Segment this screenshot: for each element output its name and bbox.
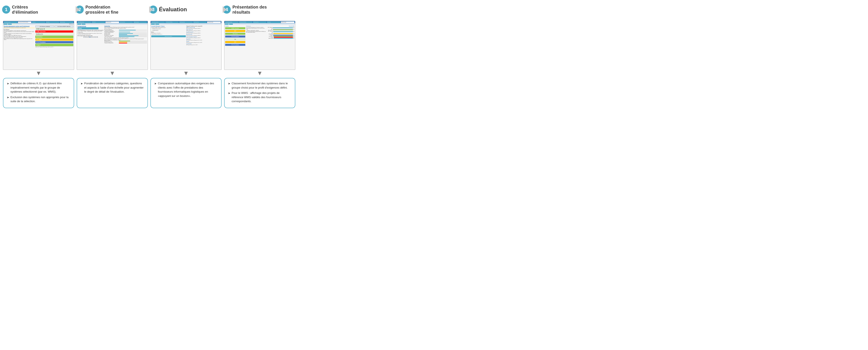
screen2-tab-2[interactable]: K.O.-Kriterien xyxy=(92,22,105,23)
screen4-logo-1: ACME Corporation xyxy=(225,27,245,29)
step-1-title: Critères d'élimination xyxy=(12,4,38,15)
screen4-bar-7-label: Produkt Y xyxy=(267,37,274,38)
screen3-prod-7: Zbos 46 xyxy=(186,41,221,42)
screen2-extra-2: Qualitätsvorgang (30%) xyxy=(104,41,147,42)
screen4-tab-5[interactable]: Ergebnisanzeigen xyxy=(281,22,294,23)
screen1-tab-1[interactable]: Übersicht Auswertung xyxy=(4,22,18,23)
screen1-down-arrow: ▼ xyxy=(36,70,41,76)
screen4-bar-row-2: 99% - AuswertTech+3 85% xyxy=(267,29,294,31)
screen2-num-4[interactable]: 4 xyxy=(89,36,91,38)
screen3-tab-1[interactable]: Übersicht Auswertungen xyxy=(151,22,165,23)
screen2-btn-2[interactable] xyxy=(82,24,86,25)
screen3-right: Folgende Produkte wurden ausgewählt: ACM… xyxy=(186,26,221,66)
screen2-extra-bars: Auflistung (40.5%) Qualitätsvorgang (30%… xyxy=(104,40,147,43)
screen2-numbers: 0 1 2 3 4 5 6 7 8 9 xyxy=(78,36,104,38)
screen4-bar-7-pct: 71% xyxy=(293,37,294,38)
screen2-bar-5-track[interactable] xyxy=(119,35,147,36)
screen2-tab-5[interactable]: Ergebnisanzeigen xyxy=(133,22,147,23)
screen3-btn-1[interactable] xyxy=(151,24,155,25)
screen4-bar-row-5: Produkt X 79% xyxy=(267,35,294,36)
screen2-down-arrow: ▼ xyxy=(109,70,115,76)
screen2-fine-bars: Benutzerfreundlichkeit - Transportausfüh… xyxy=(104,29,147,37)
screen1-tab-2[interactable]: K.O.-Kriterien & Shortlist bearbeiten xyxy=(18,22,32,23)
screen2-bar-2-track[interactable] xyxy=(119,32,147,32)
screen4-btn-2[interactable] xyxy=(229,24,233,25)
screen4-tab-3[interactable]: Gewichtung setzen xyxy=(253,22,267,23)
screen2-num-7[interactable]: 7 xyxy=(94,36,95,38)
screen-2[interactable]: Übersicht Auswertung K.O.-Kriterien Gewi… xyxy=(77,21,148,70)
screen2-scale-label: Bewertungsgrundlage und Projektstruktur xyxy=(78,35,104,36)
screen4-tab-4[interactable]: Auswertung xyxy=(267,22,281,23)
screen2-extra-1-track[interactable] xyxy=(119,41,147,41)
screen2-num-1[interactable]: 1 xyxy=(85,36,86,38)
screen3-tab-4[interactable]: Auswertung Sortex xyxy=(193,22,207,23)
screen3-auswertung-btn[interactable]: Auswertung starten xyxy=(151,35,186,37)
screen2-tab-3[interactable]: Gewichtung setzen xyxy=(105,22,119,23)
screen2-num-3[interactable]: 3 xyxy=(88,36,89,38)
screen2-fine-right-title: Feingewichtung xyxy=(104,26,147,26)
screen3-tab-5[interactable]: 9. Ergebnisanzeigen xyxy=(207,22,221,23)
screen2-bar-1-track[interactable] xyxy=(119,30,147,30)
screen3-tab-3[interactable]: Gewichtung setzen xyxy=(179,22,193,23)
screen2-right: Feingewichtung Welche (Hauptkategorien-)… xyxy=(104,26,147,66)
screen2-fine-info: Für welche (Grundkategorien) soll eine F… xyxy=(78,33,104,35)
screen2-q4: Sollen aus diesem Antworten Aspekte in d… xyxy=(104,39,147,39)
step-3-title: Évaluation xyxy=(159,6,187,13)
screen4-total-title: Gesamttreffer xyxy=(267,26,294,27)
screen2-extra-2-label: Qualitätsvorgang (30%) xyxy=(104,41,119,42)
screen3-prod-7-sub: SAP Specialist Warehouse Management Dir … xyxy=(186,42,221,43)
screen2-num-5[interactable]: 5 xyxy=(91,36,92,38)
desc-box-4: ➤ Classement fonctionnel des systèmes da… xyxy=(224,78,295,108)
screen3-check-1: ✓ Grobgewichtung ( 4 | 53 ) xyxy=(151,28,186,30)
screen1-ko-no: K.O.-Kriterien NICHT erfüllt (17) xyxy=(55,26,73,28)
screen1-btn-2[interactable] xyxy=(8,24,12,25)
screen4-tab-1[interactable]: Übersicht Auswertungen xyxy=(225,22,239,23)
screen4-bar-row-3: 98% - Masterpro S.1 82% xyxy=(267,31,294,33)
screen2-content: Grobgewichtung ▐▐▐▐▐▐▐▐ Welche (Hauptkat… xyxy=(77,25,148,67)
screen4-tab-2[interactable]: K.O.-Kriterien & Shortlist xyxy=(239,22,253,23)
screen3-btn-2[interactable] xyxy=(155,24,159,25)
screen2-num-6[interactable]: 6 xyxy=(92,36,94,38)
desc4-arrow-1: ➤ xyxy=(228,81,230,86)
screen3-down-arrow: ▼ xyxy=(183,70,189,76)
screen1-btn-3[interactable] xyxy=(12,24,16,25)
screen2-gross-bar[interactable]: ▐▐▐▐▐▐▐▐ xyxy=(78,27,98,29)
screen2-extra-2-track[interactable] xyxy=(119,42,147,42)
step-4-block: 4 Présentation des résultats xyxy=(223,0,296,19)
screen-1[interactable]: Übersicht Auswertung K.O.-Kriterien & Sh… xyxy=(3,21,74,70)
screen2-tab-4[interactable]: Auswertung Sortex xyxy=(120,22,133,23)
screen1-tab-4[interactable]: Auswertung xyxy=(46,22,59,23)
screen1-company-group4: Group 4 xyxy=(35,44,73,46)
screen1-company-acme: ACME Corporation xyxy=(35,30,73,33)
screen2-num-8[interactable]: 8 xyxy=(95,36,96,38)
screen4-bar-6-pct: 72% xyxy=(293,36,294,37)
screen3-prod-2-sub: SAP Specialist Warehouse Management EWM … xyxy=(186,30,221,31)
screen2-btn-1[interactable] xyxy=(78,24,81,25)
screen1-tab-5[interactable]: Ergebnisanzeigen xyxy=(60,22,73,23)
screen-3[interactable]: Übersicht Auswertungen K.O.-Kriterien & … xyxy=(150,21,222,70)
screen4-bar-7 xyxy=(274,37,293,38)
screen4-func-title: Funktionen xyxy=(246,26,267,27)
screen4-func-diag: ● Diagramm zeigst daneben- daneben- xyxy=(246,30,267,31)
screen1-tab-3[interactable]: Gewichtung xyxy=(32,22,45,23)
screen2-bar-6-track[interactable] xyxy=(119,36,147,37)
screen2-bar-4-label: Bestellung (20%) xyxy=(104,34,119,35)
screen1-company-3: Sertfirma S.A. xyxy=(35,33,73,35)
screen2-extra-3-track[interactable] xyxy=(119,43,147,43)
screen3-content: Auswahl Beispiel 1 Status: Zugangtyp: WM… xyxy=(151,25,221,67)
screen2-tab-1[interactable]: Übersicht Auswertung xyxy=(78,22,91,23)
screen-4[interactable]: Übersicht Auswertungen K.O.-Kriterien & … xyxy=(224,21,295,70)
screen3-prod-title: Folgende Produkte wurden ausgewählt: xyxy=(186,26,221,27)
screen3-check2-label: Feingewichtung () xyxy=(152,30,158,31)
screen1-btn-1[interactable] xyxy=(4,24,7,25)
screen2-num-2[interactable]: 2 xyxy=(86,36,88,38)
desc4-text-2: Pour le WMS : affichage des projets de r… xyxy=(231,91,291,103)
screen4-logo-2: ELTP xyxy=(225,30,245,32)
screen2-bar-3-track[interactable] xyxy=(119,33,147,34)
screen2-num-9[interactable]: 9 xyxy=(97,36,98,38)
screen3-prod-5: XY & Z Foundations Version 2 xyxy=(186,36,221,37)
screen4-btn-1[interactable] xyxy=(225,24,228,25)
screen2-bar-4-track[interactable] xyxy=(119,34,147,35)
screen2-num-0[interactable]: 0 xyxy=(83,36,85,38)
screen3-tab-2[interactable]: K.O.-Kriterien & Shortlist xyxy=(165,22,179,23)
